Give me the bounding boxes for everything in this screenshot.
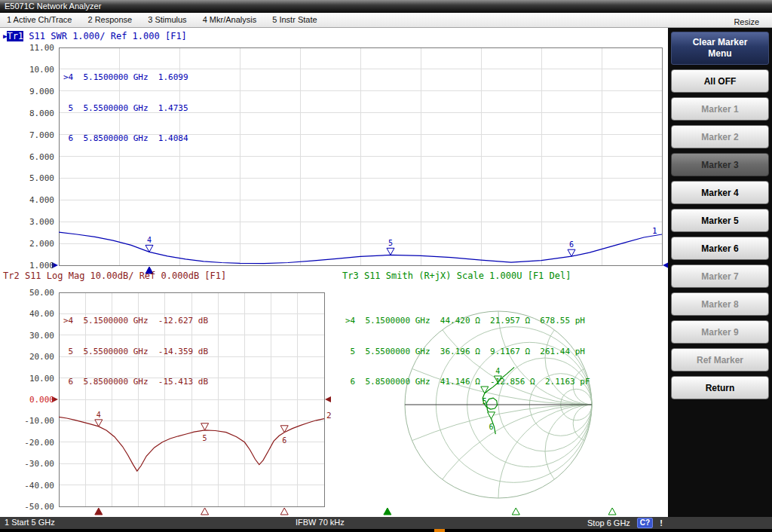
- menu-resize[interactable]: Resize: [727, 15, 766, 29]
- tr1-ytick-label: 11.00: [17, 43, 54, 53]
- tr3-label: Tr3: [342, 271, 359, 281]
- marker-readout-row: 6 5.8500000 GHz 1.4084: [63, 133, 188, 144]
- error-indicator: !: [660, 518, 663, 529]
- tr1-ytick-label: 6.000: [17, 151, 54, 161]
- status-ifbw: IFBW 70 kHz: [296, 517, 345, 528]
- tr1-format-text: S11 SWR 1.000/ Ref 1.000 [F1]: [23, 31, 187, 41]
- tr1-ytick-label: 2.000: [17, 239, 54, 249]
- tr1-ytick-label: 1.000: [17, 261, 54, 271]
- tr2-ytick-label: 40.00: [17, 309, 54, 319]
- softkey-sidebar: Clear Marker Menu All OFFMarker 1Marker …: [668, 28, 772, 517]
- menu-mkr-analysis[interactable]: 4 Mkr/Analysis: [196, 13, 264, 26]
- tr2-label: Tr2: [3, 271, 20, 281]
- tr2-ytick-label: -10.00: [17, 416, 54, 426]
- tr2-ytick-label: 0.000: [17, 395, 54, 405]
- tr1-ytick-label: 7.000: [17, 130, 54, 139]
- marker-readout-row: >4 5.1500000 GHz -12.627 dB: [63, 316, 208, 326]
- e5071c-window: E5071C Network Analyzer 1 Active Ch/Trac…: [0, 0, 772, 532]
- marker-readout-row: 5 5.5500000 GHz -14.359 dB: [63, 347, 208, 357]
- marker-readout-row: 6 5.8500000 GHz 41.146 Ω -12.856 Ω 2.116…: [345, 377, 590, 387]
- tr2-ytick-label: -40.00: [17, 480, 54, 490]
- tr3-marker-readout: >4 5.1500000 GHz 44.420 Ω 21.957 Ω 678.5…: [345, 295, 590, 408]
- marker-readout-row: 6 5.8500000 GHz -15.413 dB: [63, 377, 208, 387]
- tr2-marker-readout: >4 5.1500000 GHz -12.627 dB 5 5.5500000 …: [63, 295, 208, 408]
- softkey-marker-4[interactable]: Marker 4: [671, 181, 769, 204]
- tr1-ytick-label: 5.000: [17, 173, 54, 183]
- softkey-menu-title-line1: Clear Marker: [672, 37, 768, 48]
- status-stop: Stop 6 GHz: [587, 518, 630, 529]
- softkey-marker-1: Marker 1: [671, 97, 769, 121]
- tr2-ytick-label: 50.00: [17, 288, 54, 298]
- marker-readout-row: 5 5.5500000 GHz 36.196 Ω 9.1167 Ω 261.44…: [345, 347, 590, 357]
- marker-readout-row: 5 5.5500000 GHz 1.4735: [63, 103, 188, 114]
- tr1-ytick-label: 3.000: [17, 217, 54, 227]
- tr1-marker-readout: >4 5.1500000 GHz 1.6099 5 5.5500000 GHz …: [63, 52, 188, 164]
- title-bar: E5071C Network Analyzer: [0, 0, 772, 13]
- tr2-ytick-label: -20.00: [17, 437, 54, 447]
- menu-stimulus[interactable]: 3 Stimulus: [141, 13, 193, 26]
- menu-instr-state[interactable]: 5 Instr State: [265, 13, 323, 26]
- softkey-menu-title: Clear Marker Menu: [671, 32, 769, 65]
- tr3-header: Tr3 S11 Smith (R+jX) Scale 1.000U [F1 De…: [342, 271, 571, 281]
- softkey-marker-2: Marker 2: [671, 125, 769, 148]
- softkey-menu-title-line2: Menu: [672, 48, 768, 60]
- softkey-marker-8: Marker 8: [671, 292, 769, 316]
- tr2-format-text: S11 Log Mag 10.00dB/ Ref 0.000dB [F1]: [20, 271, 227, 281]
- softkey-marker-3[interactable]: Marker 3: [671, 153, 769, 176]
- tr2-ytick-label: 10.00: [17, 373, 54, 383]
- tr2-ytick-label: 30.00: [17, 330, 54, 340]
- tr1-label: Tr1: [7, 31, 23, 41]
- marker-readout-row: >4 5.1500000 GHz 44.420 Ω 21.957 Ω 678.5…: [345, 316, 590, 326]
- tr2-ytick-label: -30.00: [17, 459, 54, 469]
- menu-response[interactable]: 2 Response: [81, 13, 139, 26]
- tr1-ytick-label: 10.00: [17, 64, 54, 74]
- taskbar-indicator: [434, 529, 445, 532]
- softkey-marker-7: Marker 7: [671, 264, 769, 288]
- softkey-ref-marker: Ref Marker: [671, 348, 769, 371]
- tr2-ytick-label: 20.00: [17, 352, 54, 362]
- tr1-ytick-label: 8.000: [17, 108, 54, 118]
- marker-readout-row: >4 5.1500000 GHz 1.6099: [63, 72, 188, 83]
- softkey-marker-5[interactable]: Marker 5: [671, 209, 769, 232]
- tr1-ytick-label: 9.000: [17, 86, 54, 96]
- tr2-header: Tr2 S11 Log Mag 10.00dB/ Ref 0.000dB [F1…: [3, 271, 226, 281]
- menu-active-ch-trace[interactable]: 1 Active Ch/Trace: [0, 13, 78, 26]
- status-start: 1 Start 5 GHz: [5, 517, 55, 528]
- softkey-marker-6[interactable]: Marker 6: [671, 237, 769, 260]
- softkey-marker-9: Marker 9: [671, 320, 769, 344]
- menu-bar: 1 Active Ch/Trace 2 Response 3 Stimulus …: [0, 13, 772, 28]
- softkey-all-off[interactable]: All OFF: [671, 69, 769, 93]
- softkey-return[interactable]: Return: [671, 376, 769, 399]
- tr1-ytick-label: 4.000: [17, 195, 54, 205]
- tr3-format-text: S11 Smith (R+jX) Scale 1.000U [F1 Del]: [359, 271, 571, 281]
- window-title: E5071C Network Analyzer: [5, 2, 101, 11]
- tr2-ytick-label: -50.00: [17, 502, 54, 512]
- correction-badge: C?: [637, 518, 653, 528]
- bottom-strip: [0, 529, 772, 532]
- tr1-header: ▶Tr1 S11 SWR 1.000/ Ref 1.000 [F1]: [3, 31, 187, 41]
- status-bar: 1 Start 5 GHz IFBW 70 kHz Stop 6 GHz C? …: [0, 517, 772, 529]
